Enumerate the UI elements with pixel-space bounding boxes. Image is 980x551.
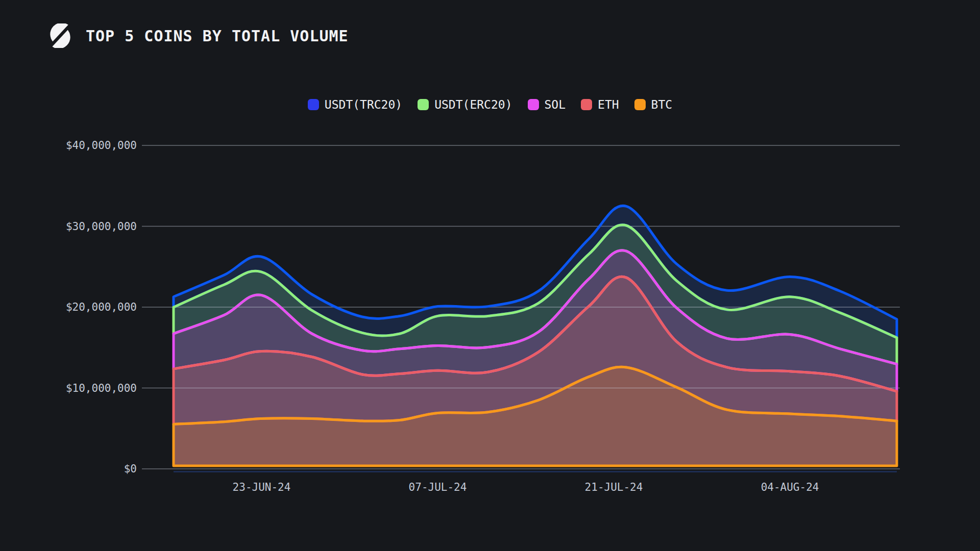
y-axis-label: $0	[124, 463, 137, 475]
volume-dashboard: TOP 5 COINS BY TOTAL VOLUME USDT(TRC20)U…	[0, 0, 980, 551]
x-axis-label: 07-JUL-24	[409, 481, 467, 493]
volume-area-chart: $0$10,000,000$20,000,000$30,000,000$40,0…	[0, 0, 980, 551]
y-axis-label: $10,000,000	[66, 382, 137, 394]
x-axis-label: 23-JUN-24	[233, 481, 291, 493]
x-axis-label: 04-AUG-24	[761, 481, 819, 493]
y-axis-label: $20,000,000	[66, 301, 137, 313]
y-axis-label: $30,000,000	[66, 220, 137, 233]
area-fills	[174, 206, 897, 466]
y-axis-label: $40,000,000	[66, 139, 137, 152]
x-axis-label: 21-JUL-24	[585, 481, 643, 493]
